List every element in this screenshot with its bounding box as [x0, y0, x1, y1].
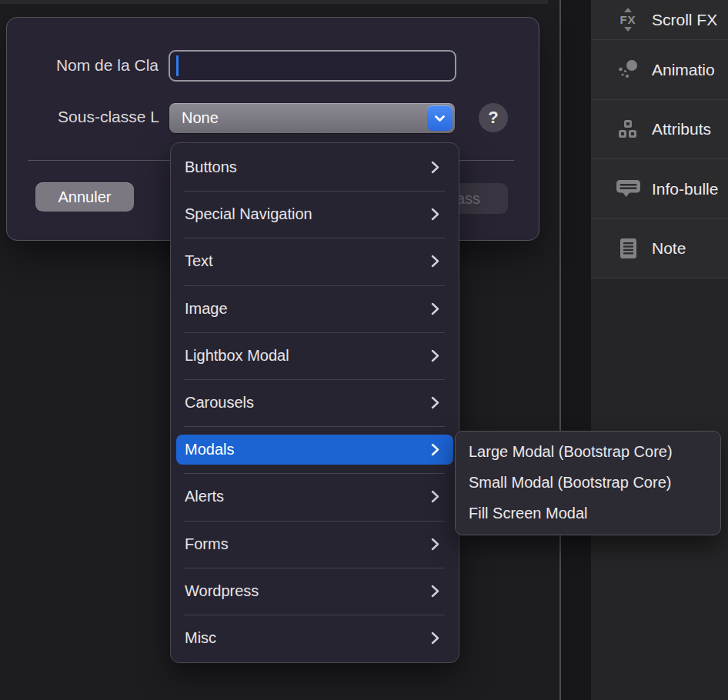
text-cursor	[176, 55, 179, 76]
menu-item-wordpress[interactable]: Wordpress	[171, 568, 459, 615]
sidebar-item-label: Info-bulle	[652, 180, 718, 198]
right-sidebar: FX Scroll FX Animatio At	[591, 0, 728, 700]
menu-item-forms[interactable]: Forms	[171, 521, 459, 568]
sidebar-item-scroll-fx[interactable]: FX Scroll FX	[591, 0, 728, 40]
cancel-button[interactable]: Annuler	[35, 182, 134, 212]
chevron-right-icon	[431, 443, 439, 456]
select-dropdown-button[interactable]	[427, 105, 452, 131]
sidebar-item-tooltips[interactable]: Info-bulle	[591, 159, 728, 219]
menu-item-carousels[interactable]: Carousels	[171, 379, 459, 426]
menu-item-alerts[interactable]: Alerts	[171, 473, 459, 520]
subclass-dropdown-menu: Buttons Special Navigation Text Image Li…	[170, 142, 459, 663]
menu-item-special-navigation[interactable]: Special Navigation	[171, 191, 459, 238]
menu-item-image[interactable]: Image	[171, 285, 459, 332]
chevron-right-icon	[431, 538, 439, 551]
tooltip-icon	[613, 180, 643, 198]
sidebar-item-label: Attributs	[652, 120, 711, 138]
help-button[interactable]: ?	[479, 103, 508, 132]
sidebar-item-note[interactable]: Note	[591, 219, 728, 278]
scroll-fx-icon: FX	[613, 8, 643, 32]
chevron-right-icon	[431, 490, 439, 503]
menu-item-lightbox-modal[interactable]: Lightbox Modal	[171, 332, 459, 379]
chevron-right-icon	[431, 396, 439, 409]
subclass-label: Sous-classe L	[7, 108, 159, 126]
chevron-right-icon	[431, 585, 439, 598]
chevron-right-icon	[431, 349, 439, 362]
sidebar-item-animations[interactable]: Animatio	[591, 40, 728, 100]
class-name-label: Nom de la Cla	[7, 56, 159, 75]
class-name-input[interactable]	[169, 50, 456, 82]
sidebar-item-label: Animatio	[652, 61, 715, 79]
chevron-down-icon	[434, 115, 446, 122]
sidebar-item-label: Note	[652, 239, 686, 258]
submenu-item-large-modal[interactable]: Large Modal (Bootstrap Core)	[456, 436, 720, 467]
menu-item-text[interactable]: Text	[171, 238, 459, 285]
animations-icon	[613, 59, 643, 81]
menu-item-modals[interactable]: Modals	[171, 426, 459, 473]
note-icon	[613, 238, 643, 258]
chevron-right-icon	[431, 161, 439, 174]
canvas-gutter	[561, 0, 591, 700]
chevron-right-icon	[431, 632, 439, 645]
submenu-item-small-modal[interactable]: Small Modal (Bootstrap Core)	[456, 467, 720, 498]
sidebar-item-attributes[interactable]: Attributs	[591, 100, 728, 159]
chevron-right-icon	[431, 208, 439, 221]
subclass-select[interactable]: None	[169, 103, 455, 133]
menu-item-buttons[interactable]: Buttons	[171, 144, 459, 191]
chevron-right-icon	[431, 255, 439, 268]
chevron-right-icon	[431, 302, 439, 315]
subclass-select-value: None	[182, 109, 219, 127]
modals-submenu: Large Modal (Bootstrap Core) Small Modal…	[455, 431, 721, 535]
attributes-icon	[613, 120, 643, 138]
top-edge-strip	[0, 0, 548, 4]
sidebar-item-label: Scroll FX	[652, 11, 717, 29]
submenu-item-fill-screen-modal[interactable]: Fill Screen Modal	[456, 498, 720, 528]
menu-item-misc[interactable]: Misc	[171, 615, 459, 662]
